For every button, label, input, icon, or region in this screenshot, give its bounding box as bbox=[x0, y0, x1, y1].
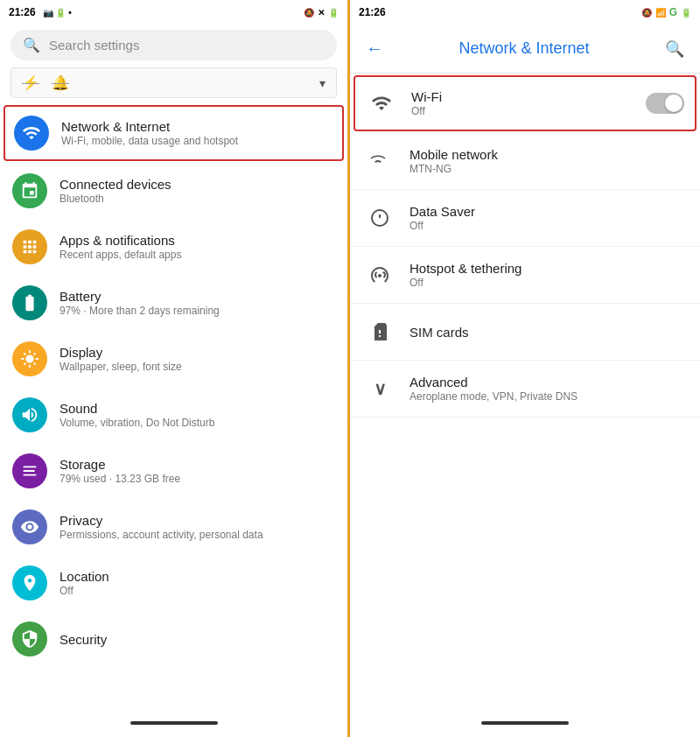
settings-item-privacy[interactable]: Privacy Permissions, account activity, p… bbox=[0, 499, 347, 555]
privacy-title: Privacy bbox=[60, 513, 335, 528]
data-saver-subtitle: Off bbox=[410, 220, 686, 232]
settings-item-sound[interactable]: Sound Volume, vibration, Do Not Disturb bbox=[0, 387, 347, 443]
connected-devices-subtitle: Bluetooth bbox=[60, 193, 335, 205]
connected-devices-text: Connected devices Bluetooth bbox=[60, 177, 335, 205]
right-item-sim-cards[interactable]: SIM cards bbox=[350, 304, 700, 361]
wifi-subtitle: Off bbox=[411, 105, 646, 117]
security-title: Security bbox=[60, 632, 335, 647]
battery-text: Battery 97% · More than 2 days remaining bbox=[60, 289, 335, 317]
right-item-advanced[interactable]: ∨ Advanced Aeroplane mode, VPN, Private … bbox=[350, 361, 700, 418]
sound-subtitle: Volume, vibration, Do Not Disturb bbox=[60, 417, 335, 429]
battery-icon-right: 🔋 bbox=[681, 8, 691, 18]
settings-item-display[interactable]: Display Wallpaper, sleep, font size bbox=[0, 331, 347, 387]
mobile-network-icon bbox=[364, 145, 396, 177]
signal-icon: ✕ bbox=[318, 8, 325, 18]
bottom-bar-right bbox=[350, 712, 700, 737]
security-icon bbox=[12, 621, 47, 656]
right-item-hotspot[interactable]: Hotspot & tethering Off bbox=[350, 247, 700, 304]
battery-item-icon bbox=[12, 285, 47, 320]
network-internet-text: Network & Internet Wi-Fi, mobile, data u… bbox=[61, 119, 333, 147]
privacy-icon bbox=[12, 509, 47, 544]
settings-item-connected-devices[interactable]: Connected devices Bluetooth bbox=[0, 163, 347, 219]
wifi-toggle-knob bbox=[665, 95, 682, 112]
mobile-network-subtitle: MTN-NG bbox=[410, 163, 686, 175]
wifi-title: Wi-Fi bbox=[411, 89, 646, 104]
battery-subtitle: 97% · More than 2 days remaining bbox=[60, 305, 335, 317]
display-text: Display Wallpaper, sleep, font size bbox=[60, 345, 335, 373]
search-placeholder: Search settings bbox=[49, 38, 139, 53]
storage-subtitle: 79% used · 13.23 GB free bbox=[60, 473, 335, 485]
filter-icon-2: 🔔 bbox=[52, 74, 69, 91]
network-internet-title: Network & Internet bbox=[61, 119, 333, 134]
storage-icon bbox=[12, 453, 47, 488]
right-item-data-saver[interactable]: Data Saver Off bbox=[350, 190, 700, 247]
search-bar[interactable]: 🔍 Search settings bbox=[10, 30, 337, 60]
sim-cards-text: SIM cards bbox=[410, 325, 686, 340]
sim-cards-title: SIM cards bbox=[410, 325, 686, 340]
mobile-network-text: Mobile network MTN-NG bbox=[410, 147, 686, 175]
location-title: Location bbox=[60, 569, 335, 584]
status-bar-left: 21:26 📷 🔋 • 🔕 ✕ 🔋 bbox=[0, 0, 347, 25]
settings-item-storage[interactable]: Storage 79% used · 13.23 GB free bbox=[0, 443, 347, 499]
wifi-icon bbox=[366, 88, 397, 119]
wifi-toggle[interactable] bbox=[646, 93, 684, 114]
settings-list: Network & Internet Wi-Fi, mobile, data u… bbox=[0, 103, 347, 712]
mobile-network-title: Mobile network bbox=[410, 147, 686, 162]
display-subtitle: Wallpaper, sleep, font size bbox=[60, 361, 335, 373]
filter-icon-1: ⚡ bbox=[22, 74, 39, 91]
signal-icon-right: 📶 bbox=[655, 8, 666, 18]
mute-icon: 🔕 bbox=[304, 8, 314, 18]
location-subtitle: Off bbox=[60, 585, 335, 597]
right-item-mobile-network[interactable]: Mobile network MTN-NG bbox=[350, 133, 700, 190]
sim-cards-icon bbox=[364, 316, 396, 347]
display-icon bbox=[12, 341, 47, 376]
connected-devices-title: Connected devices bbox=[60, 177, 335, 192]
settings-item-apps-notifications[interactable]: Apps & notifications Recent apps, defaul… bbox=[0, 219, 347, 275]
back-button[interactable]: ← bbox=[359, 32, 390, 66]
security-text: Security bbox=[60, 632, 335, 647]
data-saver-title: Data Saver bbox=[410, 204, 686, 219]
right-settings-list: Wi-Fi Off Mobile network MTN-NG bbox=[350, 74, 700, 712]
location-text: Location Off bbox=[60, 569, 335, 597]
hotspot-title: Hotspot & tethering bbox=[410, 261, 686, 276]
right-panel: 21:26 🔕 📶 G 🔋 ← Network & Internet 🔍 Wi-… bbox=[350, 0, 700, 737]
sound-icon bbox=[12, 397, 47, 432]
settings-item-network-internet[interactable]: Network & Internet Wi-Fi, mobile, data u… bbox=[4, 105, 344, 161]
right-header: ← Network & Internet 🔍 bbox=[350, 25, 700, 74]
hotspot-text: Hotspot & tethering Off bbox=[410, 261, 686, 289]
status-icons-left: 📷 🔋 • bbox=[43, 8, 72, 18]
filter-row[interactable]: ⚡ 🔔 ▾ bbox=[10, 67, 337, 98]
hotspot-subtitle: Off bbox=[410, 277, 686, 289]
settings-item-location[interactable]: Location Off bbox=[0, 555, 347, 611]
bottom-bar-left bbox=[0, 712, 347, 737]
time-right: 21:26 bbox=[359, 6, 386, 18]
right-panel-title: Network & Internet bbox=[390, 39, 658, 58]
connected-devices-icon bbox=[12, 173, 47, 208]
hotspot-icon bbox=[364, 259, 396, 291]
sound-title: Sound bbox=[60, 401, 335, 416]
storage-text: Storage 79% used · 13.23 GB free bbox=[60, 457, 335, 485]
apps-notifications-text: Apps & notifications Recent apps, defaul… bbox=[60, 233, 335, 261]
wifi-toggle-wrap bbox=[646, 93, 684, 114]
battery-title: Battery bbox=[60, 289, 335, 304]
privacy-text: Privacy Permissions, account activity, p… bbox=[60, 513, 335, 541]
search-icon: 🔍 bbox=[23, 37, 40, 53]
display-title: Display bbox=[60, 345, 335, 360]
apps-notifications-icon bbox=[12, 229, 47, 264]
advanced-subtitle: Aeroplane mode, VPN, Private DNS bbox=[410, 390, 686, 403]
g-icon: G bbox=[669, 6, 677, 18]
settings-item-security[interactable]: Security bbox=[0, 611, 347, 667]
storage-title: Storage bbox=[60, 457, 335, 472]
network-internet-subtitle: Wi-Fi, mobile, data usage and hotspot bbox=[61, 135, 333, 147]
left-panel: 21:26 📷 🔋 • 🔕 ✕ 🔋 🔍 Search settings ⚡ 🔔 … bbox=[0, 0, 350, 737]
advanced-text: Advanced Aeroplane mode, VPN, Private DN… bbox=[410, 375, 686, 403]
advanced-title: Advanced bbox=[410, 375, 686, 390]
right-status-icons-right: 🔕 📶 G 🔋 bbox=[641, 6, 691, 18]
right-search-icon[interactable]: 🔍 bbox=[658, 32, 691, 66]
battery-icon: 🔋 bbox=[328, 8, 339, 18]
settings-item-battery[interactable]: Battery 97% · More than 2 days remaining bbox=[0, 275, 347, 331]
right-item-wifi[interactable]: Wi-Fi Off bbox=[354, 75, 696, 131]
filter-chevron-icon: ▾ bbox=[319, 76, 326, 90]
wifi-text: Wi-Fi Off bbox=[411, 89, 646, 117]
advanced-icon: ∨ bbox=[364, 373, 396, 404]
